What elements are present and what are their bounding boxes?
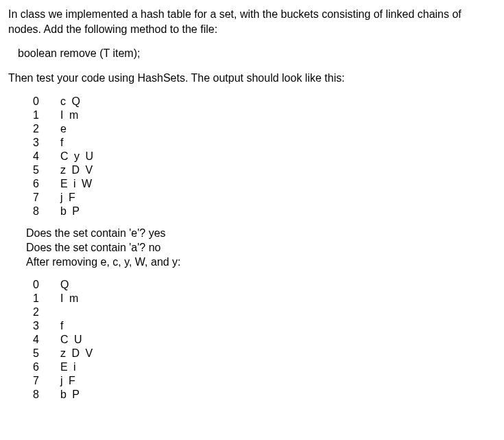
- hash-table-after: 0 Q 1 I m 2 3 f 4 C U 5 z D V 6 E i 7 j …: [33, 278, 496, 402]
- bucket-values: E i: [60, 360, 77, 374]
- table-row: 4 C U: [33, 333, 496, 347]
- bucket-values: b P: [60, 205, 81, 218]
- method-signature: boolean remove (T item);: [18, 46, 496, 61]
- table-row: 7 j F: [33, 191, 496, 205]
- bucket-index: 7: [33, 191, 60, 205]
- bucket-index: 2: [33, 122, 60, 136]
- bucket-index: 8: [33, 388, 60, 402]
- table-row: 1 I m: [33, 292, 496, 305]
- table-row: 1 I m: [33, 108, 496, 122]
- table-row: 7 j F: [33, 374, 496, 388]
- table-row: 8 b P: [33, 205, 496, 218]
- bucket-index: 3: [33, 319, 60, 333]
- bucket-values: z D V: [60, 347, 94, 360]
- bucket-values: z D V: [60, 163, 94, 177]
- bucket-values: f: [60, 319, 64, 333]
- bucket-index: 6: [33, 177, 60, 191]
- bucket-values: c Q: [60, 95, 82, 108]
- bucket-values: j F: [60, 374, 77, 388]
- bucket-values: b P: [60, 388, 81, 402]
- bucket-values: Q: [60, 278, 70, 292]
- table-row: 5 z D V: [33, 347, 496, 360]
- bucket-index: 2: [33, 305, 60, 319]
- table-row: 4 C y U: [33, 150, 496, 163]
- bucket-index: 8: [33, 205, 60, 218]
- bucket-index: 5: [33, 163, 60, 177]
- bucket-values: j F: [60, 191, 77, 205]
- after-removing-text: After removing e, c, y, W, and y:: [26, 255, 496, 270]
- bucket-index: 0: [33, 278, 60, 292]
- table-row: 5 z D V: [33, 163, 496, 177]
- table-row: 6 E i: [33, 360, 496, 374]
- contains-a-question: Does the set contain 'a'? no: [26, 241, 496, 255]
- test-instruction: Then test your code using HashSets. The …: [8, 71, 496, 86]
- bucket-index: 4: [33, 333, 60, 347]
- hash-table-before: 0 c Q 1 I m 2 e 3 f 4 C y U 5 z D V 6 E …: [33, 95, 496, 218]
- table-row: 2 e: [33, 122, 496, 136]
- bucket-index: 1: [33, 108, 60, 122]
- bucket-values: E i W: [60, 177, 93, 191]
- bucket-values: I m: [60, 292, 80, 305]
- bucket-values: I m: [60, 108, 80, 122]
- bucket-index: 6: [33, 360, 60, 374]
- bucket-values: e: [60, 122, 68, 136]
- qa-block: Does the set contain 'e'? yes Does the s…: [26, 227, 496, 269]
- table-row: 3 f: [33, 136, 496, 150]
- table-row: 0 Q: [33, 278, 496, 292]
- bucket-index: 5: [33, 347, 60, 360]
- table-row: 2: [33, 305, 496, 319]
- bucket-index: 3: [33, 136, 60, 150]
- bucket-index: 7: [33, 374, 60, 388]
- table-row: 8 b P: [33, 388, 496, 402]
- bucket-index: 1: [33, 292, 60, 305]
- bucket-values: C y U: [60, 150, 95, 163]
- contains-e-question: Does the set contain 'e'? yes: [26, 227, 496, 241]
- bucket-index: 0: [33, 95, 60, 108]
- bucket-values: f: [60, 136, 64, 150]
- intro-text: In class we implemented a hash table for…: [8, 7, 496, 36]
- table-row: 0 c Q: [33, 95, 496, 108]
- bucket-index: 4: [33, 150, 60, 163]
- table-row: 6 E i W: [33, 177, 496, 191]
- table-row: 3 f: [33, 319, 496, 333]
- bucket-values: C U: [60, 333, 84, 347]
